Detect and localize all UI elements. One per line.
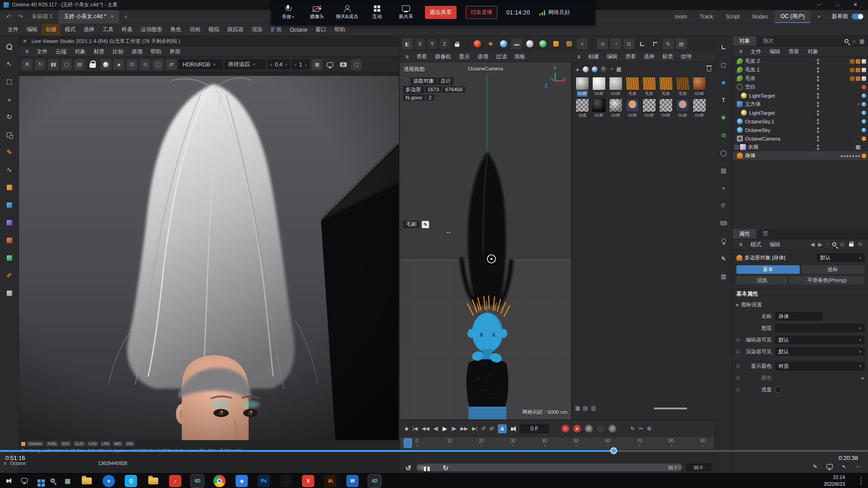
close-button[interactable]: ✕ [846, 2, 864, 8]
sun-light-icon[interactable]: ☀ [485, 38, 496, 49]
white-balance-icon[interactable]: ◯ [153, 59, 164, 70]
material-item[interactable]: 毛发 [658, 77, 674, 97]
material-item[interactable]: Oc材 [591, 77, 607, 97]
object-tags[interactable]: ▲▲▲▲▲▲▲ [839, 154, 866, 158]
mat-menu-view[interactable]: 查看 [622, 53, 640, 61]
visibility-dots[interactable] [817, 110, 819, 116]
search-icon[interactable] [844, 38, 849, 44]
vp-menu-display[interactable]: 显示 [455, 53, 473, 61]
record-autokey-button[interactable]: A [573, 425, 581, 432]
exit-share-button[interactable]: 退出共享 [425, 6, 457, 19]
visibility-dots[interactable] [817, 127, 819, 133]
axis-gizmo[interactable]: Y X Z [545, 66, 566, 89]
taskbar-app-wps[interactable]: W [346, 475, 359, 487]
horizontal-scrollbar[interactable] [654, 408, 687, 409]
chevron-right-icon[interactable]: ▸ [862, 375, 864, 381]
end-live-button[interactable]: 结束直播 [466, 6, 497, 19]
tab-takes[interactable]: 场次 [756, 36, 780, 46]
material-item[interactable]: Oc材 [575, 77, 590, 97]
layout-preset-script[interactable]: Script [720, 10, 745, 23]
object-tags[interactable] [860, 119, 866, 124]
levels-icon[interactable]: ▥ [718, 271, 730, 282]
refresh-icon[interactable]: ↻ [663, 38, 674, 49]
preset-dropdown[interactable]: 默认 ▾ [817, 253, 864, 262]
visibility-dots[interactable] [817, 84, 819, 90]
visibility-dots[interactable] [817, 119, 819, 124]
taskbar-app-explorer[interactable] [80, 475, 93, 487]
render-visibility-dropdown[interactable]: 默认▾ [775, 347, 864, 356]
menu-simulate[interactable]: 模拟 [204, 23, 223, 36]
video-pause-button[interactable]: ▮▮ [423, 465, 430, 472]
object-tags[interactable] [854, 136, 866, 141]
target-icon[interactable]: ⊙ [597, 38, 608, 49]
pass-tab-u3d[interactable]: U3D [87, 441, 99, 446]
ring-select-icon[interactable]: ◯ [718, 147, 730, 158]
taskbar-app-illustrator[interactable]: Ai [324, 475, 336, 487]
axis-move-icon[interactable]: + [718, 183, 730, 193]
menu-character[interactable]: 角色 [166, 23, 185, 36]
layout-grid-icon[interactable]: ▤ [676, 38, 687, 49]
kernel-dropdown[interactable]: 路径追踪 ▾ [225, 60, 265, 69]
lv-menu-objects[interactable]: 对象 [71, 48, 89, 56]
display-color-dropdown[interactable]: 材质▾ [775, 362, 864, 371]
text-tool-icon[interactable]: T [718, 94, 730, 105]
task-view-icon[interactable]: ▦ [65, 477, 71, 484]
menu-render[interactable]: 渲染 [248, 23, 267, 36]
mat-menu-material[interactable]: 材质 [659, 53, 677, 61]
record-scale-button[interactable] [585, 425, 593, 432]
mat-menu-select[interactable]: 选择 [640, 53, 658, 61]
material-item[interactable]: Oc材 [692, 77, 707, 97]
taskbar-app-music[interactable]: ♪ [169, 475, 181, 487]
tree-item-cube[interactable]: 立方体 [733, 100, 868, 108]
simulation-gear-icon[interactable]: ⚙ [718, 130, 730, 141]
z-axis-lock-button[interactable]: Z [439, 39, 449, 49]
video-progress-bar[interactable] [0, 450, 868, 452]
lv-menu-file[interactable]: 文件 [33, 48, 51, 56]
forward-30s-button[interactable]: ↻30 [443, 464, 449, 473]
pause-render-icon[interactable]: ▮▮ [48, 59, 59, 70]
layer-dropdown[interactable]: ▾ [775, 324, 864, 332]
record-rotation-button[interactable] [597, 425, 604, 432]
icon-view-button[interactable]: ▦ [575, 405, 580, 411]
icon-settings-group[interactable]: ▸ 图标设置 [733, 300, 868, 310]
vp-menu-filter[interactable]: 过滤 [492, 53, 510, 61]
corner-snap-icon[interactable] [637, 38, 647, 49]
volume-icon[interactable] [6, 478, 11, 484]
mix-material-icon[interactable]: ◔ [610, 66, 613, 72]
target-icon[interactable]: ⊙ [840, 241, 844, 248]
object-tags[interactable] [860, 128, 866, 132]
current-frame-field[interactable]: 0 F [520, 424, 549, 433]
hamburger-icon[interactable]: ≡ [736, 241, 746, 248]
add-material-button[interactable]: + [576, 66, 580, 73]
environment-ball-icon[interactable] [538, 38, 548, 49]
document-tab-untitled[interactable]: 未标题 1 [26, 10, 58, 23]
diffuse-material-icon[interactable] [601, 66, 607, 72]
object-tags[interactable] [849, 76, 866, 81]
mat-menu-create[interactable]: 创建 [585, 53, 603, 61]
layout-preset-room[interactable]: room [669, 10, 693, 23]
increment-icon[interactable]: › [305, 61, 307, 68]
om-menu-file[interactable]: 文件 [747, 48, 765, 56]
background-icon[interactable]: ▬ [511, 38, 522, 49]
preview-range-slider[interactable]: 0 F 90 F [416, 464, 682, 471]
lv-menu-options[interactable]: 选项 [128, 48, 146, 56]
visibility-dots[interactable] [817, 102, 819, 107]
picker-icon[interactable]: ⊡ [127, 59, 137, 70]
colorspace-dropdown[interactable]: HDR/sRGB ▾ [179, 60, 222, 69]
live-select-tool-icon[interactable]: ↖ [3, 58, 16, 70]
swap-icon[interactable]: ⇄ [166, 59, 177, 70]
sound-toggle-icon[interactable] [511, 426, 516, 432]
camera-morph-icon[interactable]: ◔ [610, 38, 621, 49]
record-position-button[interactable] [561, 425, 569, 432]
tree-item-clothes[interactable]: + 衣服 [733, 143, 868, 151]
keyframe-icon[interactable]: ◆ [405, 426, 408, 432]
taskbar-app-edge[interactable]: e [103, 475, 115, 487]
total-frames-field[interactable]: 90 F [686, 464, 711, 471]
material-item[interactable]: Oc材 [608, 77, 623, 97]
minimize-button[interactable]: ─ [810, 2, 828, 8]
settings-gear-icon[interactable]: ⚙ [22, 59, 33, 70]
workplane-lock-icon[interactable] [452, 38, 462, 49]
list-view-button[interactable]: ▤ [583, 405, 588, 411]
deformer-icon[interactable] [3, 235, 16, 246]
camera-icon[interactable] [338, 59, 349, 70]
